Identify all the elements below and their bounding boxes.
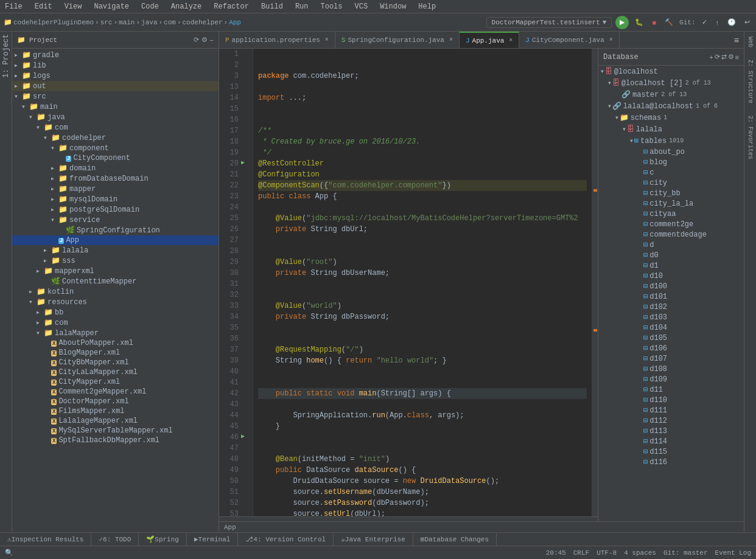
db-table-cityaa[interactable]: ⊟cityaa: [598, 209, 744, 219]
db-sync-btn[interactable]: ⇄: [721, 53, 727, 61]
tree-item-fromDatabaseDomain[interactable]: ▶ 📁 fromDatabaseDomain: [12, 173, 219, 184]
tree-item-service[interactable]: ▼ 📁 service: [12, 215, 219, 225]
tree-item-main[interactable]: ▼ 📁 main: [12, 102, 219, 112]
tab-app-java[interactable]: J App.java ×: [460, 32, 519, 49]
settings-btn[interactable]: ⚙: [201, 36, 208, 44]
tree-item-sss[interactable]: ▶ 📁 sss: [12, 255, 219, 266]
debug-button[interactable]: 🐛: [632, 17, 646, 27]
status-git[interactable]: Git: master: [663, 549, 708, 557]
db-table-d102[interactable]: ⊟d102: [598, 302, 744, 312]
menu-build[interactable]: Build: [259, 2, 285, 11]
db-table-d111[interactable]: ⊟d111: [598, 405, 744, 415]
db-item-tables[interactable]: ▼⊞tables1019: [598, 135, 744, 147]
tab-close-properties[interactable]: ×: [325, 36, 329, 43]
tree-item-bb[interactable]: ▶ 📁 bb: [12, 307, 219, 318]
tree-item-LalalageMapper[interactable]: X LalalageMapper.xml: [12, 416, 219, 426]
db-table-d1[interactable]: ⊟d1: [598, 260, 744, 271]
db-table-d105[interactable]: ⊟d105: [598, 333, 744, 343]
db-table-c[interactable]: ⊟c: [598, 167, 744, 178]
tab-close-spring[interactable]: ×: [449, 36, 453, 43]
tab-close-city[interactable]: ×: [609, 36, 613, 43]
tree-item-Comment2geMapper[interactable]: X Comment2geMapper.xml: [12, 387, 219, 397]
menu-edit[interactable]: Edit: [32, 2, 55, 11]
db-table-about_po[interactable]: ⊟about_po: [598, 147, 744, 157]
minimize-btn[interactable]: −: [210, 36, 214, 44]
tree-item-logs[interactable]: ▶ 📁 logs: [12, 71, 219, 81]
db-table-d103[interactable]: ⊟d103: [598, 312, 744, 322]
db-table-comment2ge[interactable]: ⊟comment2ge: [598, 219, 744, 229]
menu-view[interactable]: View: [62, 2, 85, 11]
tab-spring-config[interactable]: S SpringConfiguration.java ×: [335, 32, 460, 49]
db-table-commentdedage[interactable]: ⊟commentdedage: [598, 229, 744, 240]
db-table-d100[interactable]: ⊟d100: [598, 281, 744, 291]
menu-window[interactable]: Window: [377, 2, 408, 11]
run-button[interactable]: ▶: [615, 16, 629, 29]
bottom-tab-java-enterprise[interactable]: ☕ Java Enterprise: [334, 533, 413, 546]
tree-item-lib[interactable]: ▶ 📁 lib: [12, 60, 219, 71]
run-config-label[interactable]: DoctorMapperTest.testinsert: [492, 19, 600, 26]
bottom-tab-vc[interactable]: ⎇ 4: Version Control: [238, 533, 334, 546]
run-config-dropdown[interactable]: ▼: [603, 19, 607, 26]
menu-refactor[interactable]: Refactor: [211, 2, 251, 11]
tree-item-resources[interactable]: ▼ 📁 resources: [12, 297, 219, 307]
db-add-btn[interactable]: +: [709, 53, 713, 61]
db-table-blog[interactable]: ⊟blog: [598, 157, 744, 167]
tree-item-lalaMapper[interactable]: ▼ 📁 lalaMapper: [12, 328, 219, 338]
tree-item-mapperxml[interactable]: ▶ 📁 mapperxml: [12, 266, 219, 276]
status-charset[interactable]: UTF-8: [597, 549, 617, 557]
db-filter-btn[interactable]: ⚙: [728, 53, 734, 61]
side-tab-web[interactable]: Web: [747, 36, 754, 47]
breadcrumb-app[interactable]: App: [229, 19, 241, 26]
bottom-tab-inspection[interactable]: ⚠ Inspection Results: [0, 533, 91, 546]
menu-navigate[interactable]: Navigate: [91, 2, 131, 11]
db-table-d106[interactable]: ⊟d106: [598, 343, 744, 353]
tree-item-mapper[interactable]: ▶ 📁 mapper: [12, 184, 219, 194]
tree-item-FilmsMapper[interactable]: X FilmsMapper.xml: [12, 406, 219, 416]
db-item-lalala@localhost[interactable]: ▼🔗lalala@localhost1 of 6: [598, 100, 744, 112]
menu-code[interactable]: Code: [139, 2, 161, 11]
side-tab-structure[interactable]: Z: Structure: [747, 60, 754, 103]
db-table-d[interactable]: ⊟d: [598, 240, 744, 250]
menu-analyze[interactable]: Analyze: [169, 2, 204, 11]
tree-item-domain[interactable]: ▶ 📁 domain: [12, 163, 219, 173]
git-update[interactable]: ↑: [713, 18, 722, 27]
db-table-d104[interactable]: ⊟d104: [598, 322, 744, 333]
db-table-d107[interactable]: ⊟d107: [598, 353, 744, 364]
bottom-tab-terminal[interactable]: ▶ Terminal: [187, 533, 238, 546]
db-table-d109[interactable]: ⊟d109: [598, 374, 744, 384]
breadcrumb-project[interactable]: 📁: [4, 18, 12, 26]
tree-item-codehelper[interactable]: ▼ 📁 codehelper: [12, 133, 219, 143]
event-log[interactable]: Event Log: [715, 549, 751, 557]
db-table-city_la_la[interactable]: ⊟city_la_la: [598, 198, 744, 209]
db-table-d101[interactable]: ⊟d101: [598, 291, 744, 302]
menu-help[interactable]: Help: [416, 2, 438, 11]
db-table-d116[interactable]: ⊟d116: [598, 457, 744, 467]
tree-item-lalala[interactable]: ▶ 📁 lalala: [12, 245, 219, 255]
db-table-city_bb[interactable]: ⊟city_bb: [598, 188, 744, 198]
tree-item-com2[interactable]: ▶ 📁 com: [12, 318, 219, 328]
sync-btn[interactable]: ⟳: [194, 36, 199, 44]
tree-item-SptFallbackDbMapper[interactable]: X SptFallbackDbMapper.xml: [12, 436, 219, 445]
side-tab-favorites[interactable]: 2: Favorites: [747, 116, 754, 159]
db-item-lalala[interactable]: ▼🗄lalala: [598, 123, 744, 135]
db-item-@localhost[interactable]: ▼🗄@localhost: [598, 66, 744, 77]
db-item-master[interactable]: 🔗master2 of 13: [598, 89, 744, 100]
tab-menu-btn[interactable]: ≡: [732, 34, 741, 46]
build-button[interactable]: 🔨: [662, 17, 676, 27]
tree-item-BlogMapper[interactable]: X BlogMapper.xml: [12, 348, 219, 358]
horizontal-scrollbar[interactable]: [219, 516, 598, 521]
menu-tools[interactable]: Tools: [318, 2, 345, 11]
tree-item-com[interactable]: ▼ 📁 com: [12, 122, 219, 133]
stop-button[interactable]: ■: [649, 18, 659, 27]
side-tab-project[interactable]: 1: Project: [2, 34, 10, 78]
tree-item-mysqlDomain[interactable]: ▶ 📁 mysqlDomain: [12, 194, 219, 204]
tree-item-MySqlServerTableMapper[interactable]: X MySqlServerTableMapper.xml: [12, 426, 219, 436]
bottom-tab-spring[interactable]: 🌱 Spring: [139, 533, 187, 546]
db-settings-btn[interactable]: ≡: [735, 53, 739, 61]
breadcrumb-java[interactable]: java: [141, 19, 157, 26]
db-table-d108[interactable]: ⊟d108: [598, 364, 744, 374]
status-inspection[interactable]: 🔍: [5, 549, 13, 557]
status-crlf[interactable]: CRLF: [573, 549, 589, 557]
tree-item-CityBbMapper[interactable]: X CityBbMapper.xml: [12, 358, 219, 367]
db-item-@localhost[2][interactable]: ▼🗄@localhost [2]2 of 13: [598, 77, 744, 89]
